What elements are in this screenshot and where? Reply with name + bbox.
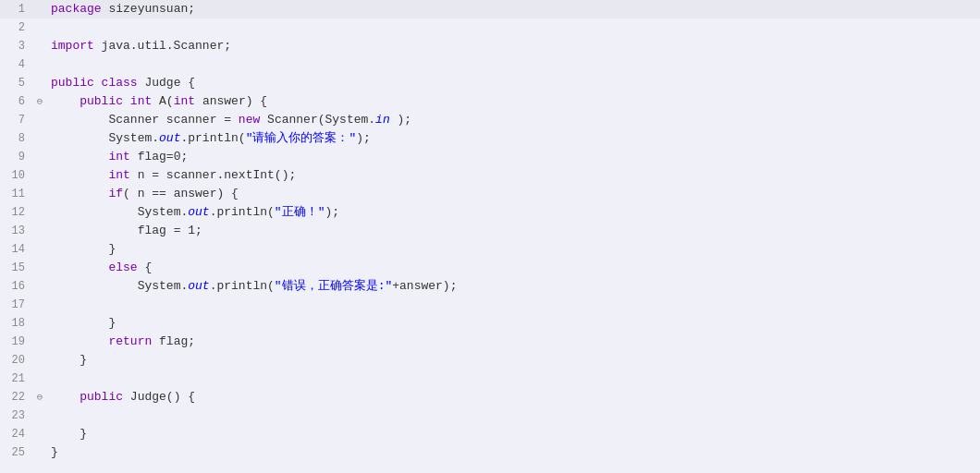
line-number: 14: [0, 240, 32, 259]
line-content: }: [47, 443, 58, 462]
line-number: 11: [0, 185, 32, 203]
line-gutter[interactable]: ⊖: [32, 92, 47, 111]
code-editor: 1package sizeyunsuan;23import java.util.…: [0, 0, 980, 473]
line-content: Scanner scanner = new Scanner(System.in …: [47, 111, 411, 129]
line-number: 15: [0, 259, 32, 277]
line-number: 9: [0, 148, 32, 166]
code-line: 16 System.out.println("错误，正确答案是:"+answer…: [0, 277, 980, 296]
line-number: 16: [0, 277, 32, 296]
code-line: 21: [0, 370, 980, 388]
code-line: 5public class Judge {: [0, 74, 980, 92]
code-line: 20 }: [0, 351, 980, 370]
line-number: 3: [0, 37, 32, 55]
line-number: 10: [0, 166, 32, 185]
code-line: 19 return flag;: [0, 333, 980, 351]
code-line: 1package sizeyunsuan;: [0, 0, 980, 18]
line-number: 21: [0, 370, 32, 388]
line-number: 5: [0, 74, 32, 92]
code-line: 6⊖ public int A(int answer) {: [0, 92, 980, 111]
line-content: }: [47, 240, 116, 259]
line-content: return flag;: [47, 333, 195, 351]
line-content: System.out.println("请输入你的答案：");: [47, 129, 371, 148]
line-content: }: [47, 351, 87, 370]
line-number: 20: [0, 351, 32, 370]
code-line: 14 }: [0, 240, 980, 259]
code-line: 17: [0, 296, 980, 314]
line-content: System.out.println("错误，正确答案是:"+answer);: [47, 277, 457, 296]
line-number: 19: [0, 333, 32, 351]
code-line: 9 int flag=0;: [0, 148, 980, 166]
line-number: 2: [0, 18, 32, 37]
line-number: 23: [0, 406, 32, 425]
code-line: 18 }: [0, 314, 980, 333]
line-number: 22: [0, 388, 32, 406]
line-content: public int A(int answer) {: [47, 92, 267, 111]
line-number: 25: [0, 443, 32, 462]
line-number: 8: [0, 129, 32, 148]
code-line: 4: [0, 55, 980, 74]
line-content: import java.util.Scanner;: [47, 37, 231, 55]
line-content: int flag=0;: [47, 148, 188, 166]
line-number: 24: [0, 425, 32, 443]
code-line: 2: [0, 18, 980, 37]
code-line: 3import java.util.Scanner;: [0, 37, 980, 55]
line-content: System.out.println("正确！");: [47, 203, 339, 222]
line-content: int n = scanner.nextInt();: [47, 166, 296, 185]
line-content: public Judge() {: [47, 388, 195, 406]
code-line: 12 System.out.println("正确！");: [0, 203, 980, 222]
line-content: }: [47, 425, 87, 443]
code-line: 8 System.out.println("请输入你的答案：");: [0, 129, 980, 148]
code-line: 25}: [0, 443, 980, 462]
line-gutter[interactable]: ⊖: [32, 388, 47, 406]
line-content: flag = 1;: [47, 222, 202, 240]
line-content: public class Judge {: [47, 74, 195, 92]
line-content: }: [47, 314, 116, 333]
code-line: 7 Scanner scanner = new Scanner(System.i…: [0, 111, 980, 129]
line-content: else {: [47, 259, 152, 277]
code-line: 24 }: [0, 425, 980, 443]
line-content: package sizeyunsuan;: [47, 0, 195, 18]
line-number: 18: [0, 314, 32, 333]
code-line: 11 if( n == answer) {: [0, 185, 980, 203]
line-number: 13: [0, 222, 32, 240]
code-line: 15 else {: [0, 259, 980, 277]
line-number: 6: [0, 92, 32, 111]
code-line: 22⊖ public Judge() {: [0, 388, 980, 406]
code-line: 13 flag = 1;: [0, 222, 980, 240]
line-number: 1: [0, 0, 32, 18]
line-content: if( n == answer) {: [47, 185, 239, 203]
line-number: 17: [0, 296, 32, 314]
line-number: 4: [0, 55, 32, 74]
code-line: 23: [0, 406, 980, 425]
code-line: 10 int n = scanner.nextInt();: [0, 166, 980, 185]
line-number: 7: [0, 111, 32, 129]
line-number: 12: [0, 203, 32, 222]
